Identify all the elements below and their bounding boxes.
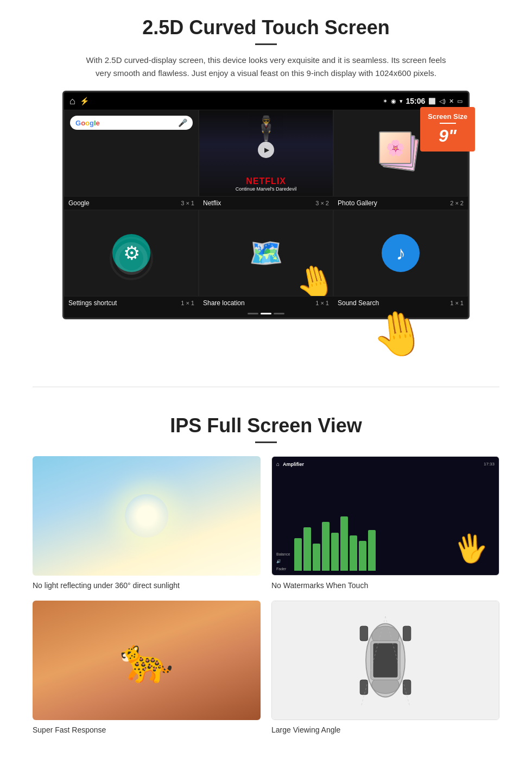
svg-rect-5	[360, 626, 368, 641]
music-note-icon: ♪	[396, 242, 406, 264]
eq-bar-3	[313, 544, 320, 571]
eq-bar-9	[368, 530, 376, 571]
settings-size: 1 × 1	[181, 300, 194, 306]
eq-bar-7	[350, 535, 357, 571]
feature-cheetah: 🐆 Super Fast Response	[33, 601, 261, 734]
feature-car: Large Viewing Angle	[271, 601, 499, 734]
svg-rect-8	[403, 680, 410, 695]
maps-icon: 🗺️	[249, 238, 283, 268]
eq-bar-5	[331, 533, 339, 571]
netflix-logo: NETFLIX	[236, 176, 296, 186]
amplifier-label: No Watermarks When Touch	[271, 581, 499, 590]
settings-name: Settings shortcut	[68, 299, 117, 307]
status-bar: ⌂ ⚡ ✶ ◉ ▾ 15:06 ⬜ ◁) ✕ ▭	[64, 92, 468, 110]
cheetah-visual: 🐆	[33, 601, 261, 720]
share-name: Share location	[203, 299, 245, 307]
camera-icon: ⬜	[428, 98, 436, 105]
section2-title: IPS Full Screen View	[33, 414, 499, 437]
volume-icon: ◁)	[439, 98, 446, 105]
sunlight-visual	[33, 456, 261, 576]
amplifier-image: ⌂ Amplifier 17:33 Balance 🔊 Fader	[271, 456, 499, 576]
sunlight-label: No light reflecting under 360° direct su…	[33, 581, 261, 590]
play-button-icon[interactable]: ▶	[258, 142, 274, 158]
sunlight-image	[33, 456, 261, 576]
google-size: 3 × 1	[181, 200, 194, 206]
gallery-stack: 🌸	[376, 131, 425, 175]
badge-label: Screen Size	[428, 112, 467, 121]
usb-icon: ⚡	[80, 97, 89, 105]
netflix-size: 3 × 2	[315, 200, 329, 206]
app-grid-row1: Google 🎤 🕴 ▶ NETFLIX Continue	[64, 110, 468, 197]
gallery-size: 2 × 2	[450, 200, 464, 206]
share-label: Share location 1 × 1	[199, 297, 333, 310]
sound-size: 1 × 1	[450, 300, 464, 306]
netflix-label: Netflix 3 × 2	[199, 197, 333, 210]
location-icon: ◉	[391, 98, 396, 105]
google-app-cell[interactable]: Google 🎤	[64, 110, 199, 197]
gallery-name: Photo Gallery	[338, 199, 377, 207]
sound-search-app-cell[interactable]: ♪	[333, 210, 468, 297]
section-ips-screen: IPS Full Screen View No light reflecting…	[0, 403, 532, 750]
close-icon: ✕	[449, 98, 454, 105]
section2-divider	[255, 441, 277, 443]
amp-screen: ⌂ Amplifier 17:33 Balance 🔊 Fader	[272, 457, 499, 575]
netflix-subtitle: Continue Marvel's Daredevil	[236, 186, 296, 192]
cheetah-label: Super Fast Response	[33, 726, 261, 734]
wifi-icon: ▾	[400, 98, 403, 105]
eq-bar-4	[322, 522, 330, 571]
car-top-view-svg	[353, 611, 418, 709]
home-icon: ⌂	[69, 96, 75, 107]
sun-glow	[125, 494, 168, 538]
hand-extending: 🤚	[62, 308, 426, 359]
share-location-app-cell[interactable]: 🗺️ 🤚	[199, 210, 333, 297]
bluetooth-icon: ✶	[383, 98, 388, 105]
hand-pointer: 🤚	[290, 258, 333, 297]
status-bar-left: ⌂ ⚡	[69, 96, 89, 107]
section-divider	[33, 387, 499, 387]
sound-name: Sound Search	[338, 299, 379, 307]
share-size: 1 × 1	[315, 300, 329, 306]
feature-sunlight: No light reflecting under 360° direct su…	[33, 456, 261, 590]
badge-divider	[440, 123, 456, 124]
scroll-dot-1	[248, 313, 258, 314]
scroll-dot-2	[261, 313, 271, 314]
hand-large-icon: 🤚	[368, 304, 430, 364]
eq-bar-1	[294, 538, 302, 571]
google-label: Google 3 × 1	[64, 197, 199, 210]
amp-time: 17:33	[484, 462, 495, 466]
section1-divider	[255, 43, 277, 45]
device-screen: ⌂ ⚡ ✶ ◉ ▾ 15:06 ⬜ ◁) ✕ ▭	[62, 91, 470, 319]
time-display: 15:06	[406, 97, 426, 105]
status-bar-right: ✶ ◉ ▾ 15:06 ⬜ ◁) ✕ ▭	[383, 97, 463, 105]
eq-bar-6	[340, 516, 348, 571]
car-visual	[272, 601, 499, 720]
app-label-row1: Google 3 × 1 Netflix 3 × 2 Photo Gallery…	[64, 197, 468, 210]
amp-header: ⌂ Amplifier 17:33	[276, 461, 495, 467]
section1-title: 2.5D Curved Touch Screen	[33, 16, 499, 39]
device-mockup: Screen Size 9" ⌂ ⚡ ✶ ◉ ▾ 15:06 ⬜ ◁) ✕	[62, 91, 470, 359]
eq-labels: Balance 🔊 Fader	[276, 552, 290, 571]
netflix-name: Netflix	[203, 199, 221, 207]
google-logo: Google	[75, 119, 100, 127]
google-search-bar[interactable]: Google 🎤	[70, 116, 193, 130]
google-name: Google	[68, 199, 90, 207]
settings-app-cell[interactable]: ⚙	[64, 210, 199, 297]
svg-rect-6	[403, 626, 410, 641]
eq-bar-2	[303, 527, 311, 571]
feature-grid: No light reflecting under 360° direct su…	[33, 456, 499, 734]
mic-icon: 🎤	[178, 118, 187, 127]
netflix-thumbnail: 🕴 ▶ NETFLIX Continue Marvel's Daredevil	[199, 110, 333, 196]
svg-rect-7	[360, 680, 368, 695]
car-image	[271, 601, 499, 720]
app-grid-row2: ⚙ 🗺️ 🤚 ♪	[64, 210, 468, 297]
settings-label: Settings shortcut 1 × 1	[64, 297, 199, 310]
section-curved-screen: 2.5D Curved Touch Screen With 2.5D curve…	[0, 0, 532, 370]
eq-bar-8	[359, 541, 366, 571]
badge-size: 9"	[428, 126, 467, 146]
gallery-label: Photo Gallery 2 × 2	[333, 197, 468, 210]
car-label: Large Viewing Angle	[271, 726, 499, 734]
touch-hand-icon: 🖐	[452, 530, 490, 567]
cheetah-image: 🐆	[33, 601, 261, 720]
scroll-dot-3	[274, 313, 284, 314]
netflix-app-cell[interactable]: 🕴 ▶ NETFLIX Continue Marvel's Daredevil	[199, 110, 333, 197]
